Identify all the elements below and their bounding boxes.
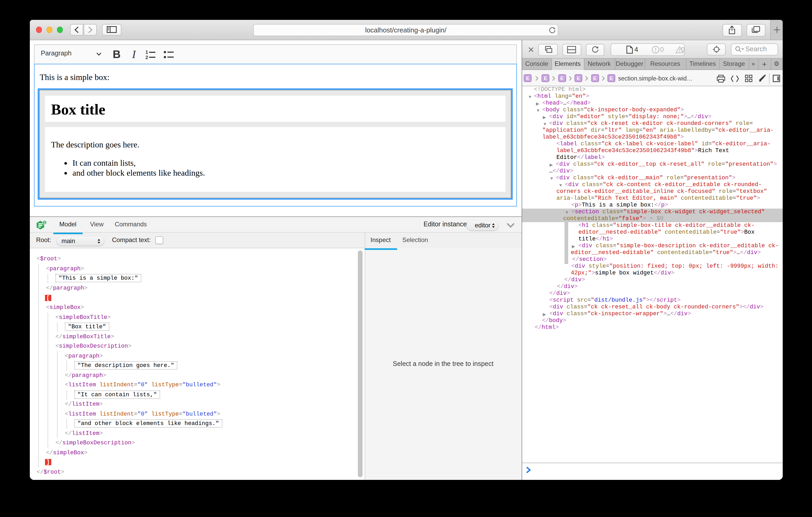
svg-text:2: 2 [145,55,148,59]
svg-text:1: 1 [145,50,148,55]
svg-text:5: 5 [44,221,45,224]
